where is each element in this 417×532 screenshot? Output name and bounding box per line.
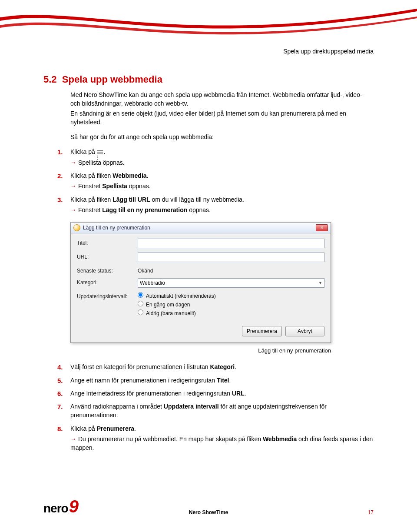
step-4: 4. Välj först en kategori för prenumerat… bbox=[43, 362, 374, 371]
step-text-tail: . bbox=[147, 172, 149, 179]
step-text: Klicka på bbox=[70, 425, 97, 432]
step-result-tail: öppnas. bbox=[127, 183, 151, 190]
step-result: Du prenumererar nu på webbmediet. En map… bbox=[78, 436, 263, 442]
step-text: Klicka på fliken bbox=[70, 196, 113, 203]
arrow-icon: → bbox=[70, 183, 76, 190]
step-result: Fönstret bbox=[78, 206, 102, 213]
step-text-tail: . bbox=[235, 363, 236, 370]
running-header: Spela upp direktuppspelad media bbox=[283, 48, 374, 55]
step-number: 7. bbox=[57, 402, 63, 412]
step-5: 5. Ange ett namn för prenumerationen i r… bbox=[43, 376, 374, 385]
step-bold: Lägg till URL bbox=[113, 196, 150, 203]
intervall-radio-group: Automatiskt (rekommenderas) En gång om d… bbox=[138, 292, 324, 318]
arrow-icon: → bbox=[70, 206, 76, 213]
dialog-title: Lägg till en ny prenumeration bbox=[83, 225, 150, 231]
avbryt-button[interactable]: Avbryt bbox=[285, 326, 324, 336]
step-text-tail: . bbox=[104, 148, 106, 155]
step-bold: Titel bbox=[217, 377, 229, 384]
step-text-tail: om du vill lägga till ny webbmedia. bbox=[150, 196, 244, 203]
radio-daily[interactable]: En gång om dagen bbox=[138, 301, 324, 308]
step-text-tail: . bbox=[229, 377, 231, 384]
step-text: Ange ett namn för prenumerationen i redi… bbox=[70, 377, 217, 384]
step-text-tail: . bbox=[134, 425, 136, 432]
step-number: 6. bbox=[57, 389, 63, 399]
radio-auto[interactable]: Automatiskt (rekommenderas) bbox=[138, 292, 324, 299]
step-result-bold: Spellista bbox=[102, 183, 127, 190]
step-result-tail: öppnas. bbox=[187, 206, 211, 213]
section-title: Spela upp webbmedia bbox=[62, 74, 162, 85]
step-text: Använd radioknapparna i området bbox=[70, 403, 164, 410]
step-bold: Kategori bbox=[210, 363, 235, 370]
section-heading: 5.2 Spela upp webbmedia bbox=[43, 74, 374, 85]
radio-label: Aldrig (bara manuellt) bbox=[146, 310, 196, 316]
prenumerera-button[interactable]: Prenumerera bbox=[242, 326, 282, 336]
arrow-icon: → bbox=[70, 159, 76, 166]
step-bold: Uppdatera intervall bbox=[164, 403, 219, 410]
radio-label: En gång om dagen bbox=[146, 302, 190, 308]
arrow-icon: → bbox=[70, 436, 76, 442]
step-result: Fönstret bbox=[78, 183, 102, 190]
step-6: 6. Ange Internetadress för prenumeration… bbox=[43, 389, 374, 398]
logo-nine: 9 bbox=[69, 499, 78, 513]
figure-caption: Lägg till en ny prenumeration bbox=[70, 347, 331, 354]
step-number: 1. bbox=[57, 147, 63, 157]
step-text: Ange Internetadress för prenumerationen … bbox=[70, 390, 232, 397]
chevron-down-icon: ▼ bbox=[318, 281, 322, 285]
step-text: Klicka på bbox=[70, 148, 97, 155]
step-text: Klicka på fliken bbox=[70, 172, 113, 179]
page-footer: nero9 Nero ShowTime 17 bbox=[0, 499, 417, 515]
add-subscription-dialog: Lägg till en ny prenumeration ✕ Titel: U… bbox=[70, 222, 331, 343]
dialog-titlebar: Lägg till en ny prenumeration ✕ bbox=[71, 223, 331, 233]
step-result-bold: Lägg till en ny prenumeration bbox=[102, 206, 187, 213]
footer-product: Nero ShowTime bbox=[189, 509, 228, 515]
nero-logo: nero9 bbox=[43, 499, 78, 515]
step-7: 7. Använd radioknapparna i området Uppda… bbox=[43, 402, 374, 420]
label-intervall: Uppdateringsintervall: bbox=[77, 292, 138, 299]
step-number: 4. bbox=[57, 362, 63, 372]
step-2: 2. Klicka på fliken Webbmedia. →Fönstret… bbox=[43, 171, 374, 191]
step-text: Välj först en kategori för prenumeration… bbox=[70, 363, 210, 370]
step-number: 2. bbox=[57, 171, 63, 181]
titel-input[interactable] bbox=[138, 239, 324, 248]
playlist-icon bbox=[97, 150, 104, 155]
step-number: 8. bbox=[57, 424, 63, 434]
label-url: URL: bbox=[77, 253, 138, 260]
step-result: Spellista öppnas. bbox=[78, 159, 125, 166]
step-bold: Webbmedia bbox=[113, 172, 146, 179]
radio-never[interactable]: Aldrig (bara manuellt) bbox=[138, 309, 324, 316]
label-kategori: Kategori: bbox=[77, 278, 138, 286]
step-text-tail: . bbox=[245, 390, 246, 397]
label-titel: Titel: bbox=[77, 239, 138, 246]
radio-label: Automatiskt (rekommenderas) bbox=[146, 293, 216, 299]
url-input[interactable] bbox=[138, 253, 324, 262]
kategori-select[interactable]: Webbradio ▼ bbox=[138, 278, 324, 288]
label-status: Senaste status: bbox=[77, 266, 138, 274]
step-8: 8. Klicka på Prenumerera. →Du prenumerer… bbox=[43, 424, 374, 452]
status-value: Okänd bbox=[138, 266, 324, 274]
lead-paragraph: Så här gör du för att ange och spela upp… bbox=[70, 133, 374, 141]
step-number: 3. bbox=[57, 195, 63, 205]
step-result-bold: Webbmedia bbox=[263, 436, 297, 442]
logo-text: nero bbox=[43, 502, 68, 515]
dialog-icon bbox=[73, 224, 80, 231]
close-button[interactable]: ✕ bbox=[316, 224, 328, 231]
page-number: 17 bbox=[368, 509, 374, 515]
step-bold: Prenumerera bbox=[97, 425, 134, 432]
step-bold: URL bbox=[232, 390, 245, 397]
step-3: 3. Klicka på fliken Lägg till URL om du … bbox=[43, 195, 374, 215]
section-number: 5.2 bbox=[43, 74, 57, 85]
step-1: 1. Klicka på . →Spellista öppnas. bbox=[43, 147, 374, 167]
intro-paragraph-1: Med Nero ShowTime kan du ange och spela … bbox=[70, 90, 374, 108]
kategori-selected: Webbradio bbox=[140, 280, 165, 286]
step-number: 5. bbox=[57, 376, 63, 386]
intro-paragraph-2: En sändning är en serie objekt (ljud, vi… bbox=[70, 109, 374, 127]
